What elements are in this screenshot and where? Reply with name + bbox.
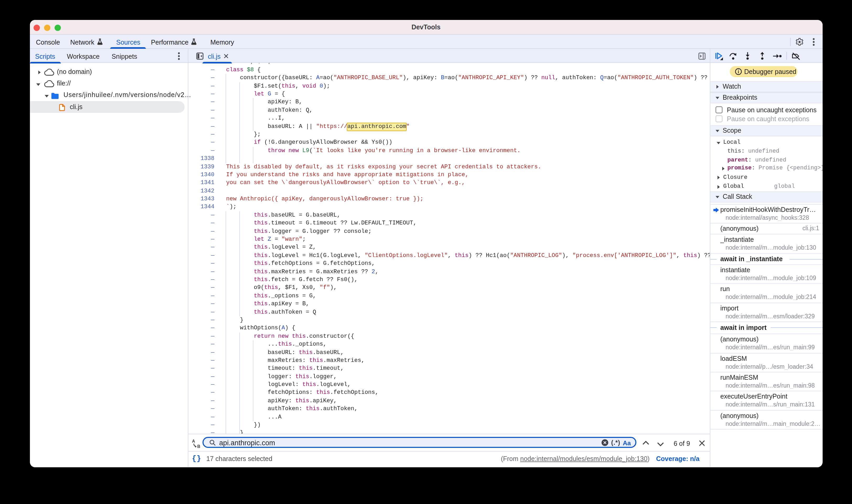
svg-text:A: A <box>192 439 195 444</box>
svg-text:B: B <box>197 444 200 448</box>
